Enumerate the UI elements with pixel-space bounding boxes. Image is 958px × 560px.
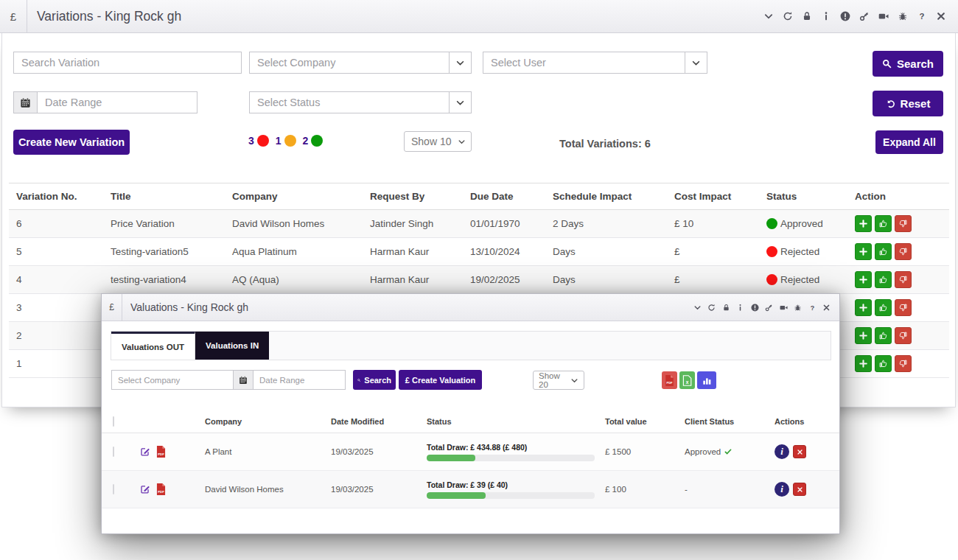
approve-button[interactable]	[875, 299, 892, 316]
question-icon[interactable]: ?	[808, 304, 817, 312]
col-title: Title	[111, 191, 232, 202]
info-icon[interactable]	[736, 304, 744, 312]
key-icon[interactable]	[859, 11, 870, 21]
reject-button[interactable]	[895, 299, 912, 316]
add-button[interactable]	[855, 271, 872, 288]
camera-icon[interactable]	[878, 11, 889, 21]
col-actions: Actions	[775, 417, 839, 426]
cell-due-date: 19/02/2025	[470, 274, 553, 285]
search-variation-input[interactable]	[14, 57, 241, 69]
cell-actions	[855, 271, 949, 288]
bug-icon[interactable]	[898, 11, 908, 21]
approve-button[interactable]	[875, 243, 892, 260]
thumbs-up-icon	[878, 359, 888, 368]
status-dot	[766, 218, 777, 229]
refresh-icon[interactable]	[707, 304, 716, 312]
pdf-export-button[interactable]: PDF	[662, 371, 677, 389]
create-valuation-button[interactable]: £ Create Valuation	[399, 370, 482, 390]
modal-date-range-input[interactable]	[254, 376, 345, 385]
delete-button[interactable]	[793, 445, 806, 458]
excel-export-button[interactable]: x	[679, 371, 695, 389]
chevron-down-icon[interactable]	[693, 304, 702, 312]
alert-icon[interactable]	[751, 304, 759, 312]
add-button[interactable]	[855, 355, 872, 372]
lock-icon[interactable]	[722, 304, 730, 312]
key-icon[interactable]	[765, 304, 773, 312]
reject-button[interactable]	[895, 215, 912, 232]
valuations-table-body: PDF A Plant 19/03/2025 Total Draw: £ 434…	[102, 433, 839, 508]
reject-button[interactable]	[895, 243, 912, 260]
chevron-down-icon[interactable]	[763, 11, 774, 21]
select-company-dropdown[interactable]: Select Company	[249, 52, 472, 74]
delete-button[interactable]	[793, 483, 806, 496]
cell-company: Aqua Platinum	[232, 246, 370, 257]
camera-icon[interactable]	[780, 304, 788, 312]
close-icon[interactable]	[936, 11, 946, 21]
tab-valuations-out[interactable]: Valuations OUT	[111, 332, 195, 360]
cell-status: Approved	[766, 218, 855, 229]
add-button[interactable]	[855, 299, 872, 316]
info-button[interactable]: i	[775, 482, 789, 497]
add-button[interactable]	[855, 243, 872, 260]
bug-icon[interactable]	[794, 304, 802, 312]
cell-cost-impact: £ 10	[674, 218, 766, 229]
approve-button[interactable]	[875, 327, 892, 344]
modal-search-button[interactable]: Search	[353, 370, 396, 390]
row-checkbox[interactable]	[113, 484, 114, 494]
edit-icon[interactable]	[140, 447, 150, 457]
cell-actions	[855, 215, 949, 232]
col-client-status: Client Status	[685, 417, 775, 426]
modal-date-range-wrap	[253, 370, 346, 390]
lock-icon[interactable]	[802, 11, 812, 21]
add-button[interactable]	[855, 215, 872, 232]
select-status-dropdown[interactable]: Select Status	[249, 91, 472, 113]
pdf-file-icon[interactable]: PDF	[156, 483, 166, 495]
page-size-select[interactable]: Show 10	[404, 131, 472, 152]
svg-text:PDF: PDF	[158, 490, 164, 494]
reject-button[interactable]	[895, 355, 912, 372]
variation-row: 6 Price Variation David Wilson Homes Jat…	[9, 210, 949, 238]
export-buttons: PDF x	[662, 371, 716, 389]
reset-button[interactable]: Reset	[873, 91, 943, 116]
chart-export-button[interactable]	[697, 371, 716, 389]
chevron-down-icon	[449, 52, 471, 73]
select-user-dropdown[interactable]: Select User	[483, 52, 707, 74]
expand-all-button[interactable]: Expand All	[875, 130, 943, 154]
plus-icon	[859, 247, 868, 256]
row-checkbox[interactable]	[113, 447, 114, 457]
chevron-down-icon	[458, 138, 471, 146]
alert-icon[interactable]	[840, 11, 850, 21]
info-button[interactable]: i	[775, 444, 789, 459]
select-all-checkbox[interactable]	[113, 416, 114, 427]
approve-button[interactable]	[875, 271, 892, 288]
tab-valuations-in[interactable]: Valuations IN	[195, 332, 269, 360]
cell-title: testing-variation4	[111, 274, 232, 285]
thumbs-down-icon	[898, 247, 908, 256]
date-range-input[interactable]	[38, 97, 197, 108]
reject-button[interactable]	[895, 327, 912, 344]
question-icon[interactable]: ?	[917, 11, 927, 21]
pdf-file-icon[interactable]: PDF	[156, 446, 166, 458]
approve-button[interactable]	[875, 215, 892, 232]
add-button[interactable]	[855, 327, 872, 344]
search-button[interactable]: Search	[873, 51, 943, 77]
cell-client-status: -	[685, 485, 775, 494]
cell-company: A Plant	[205, 447, 331, 456]
cell-status: Total Draw: £ 434.88 (£ 480)	[427, 443, 605, 461]
info-icon[interactable]	[821, 11, 831, 21]
modal-page-size-select[interactable]: Show 20	[533, 371, 584, 390]
cell-due-date: 01/01/1970	[470, 218, 553, 229]
cell-client-status: Approved	[685, 447, 775, 456]
edit-icon[interactable]	[140, 484, 150, 494]
cell-cost-impact: £	[674, 274, 766, 285]
close-icon[interactable]	[822, 304, 831, 312]
approve-button[interactable]	[875, 355, 892, 372]
reject-button[interactable]	[895, 271, 912, 288]
svg-text:x: x	[686, 379, 689, 384]
thumbs-down-icon	[898, 359, 908, 368]
chart-bars-icon	[702, 375, 712, 386]
refresh-icon[interactable]	[783, 11, 793, 21]
create-new-variation-button[interactable]: Create New Variation	[13, 130, 130, 155]
date-range-input-wrap	[37, 91, 197, 113]
currency-icon: £	[0, 0, 27, 32]
